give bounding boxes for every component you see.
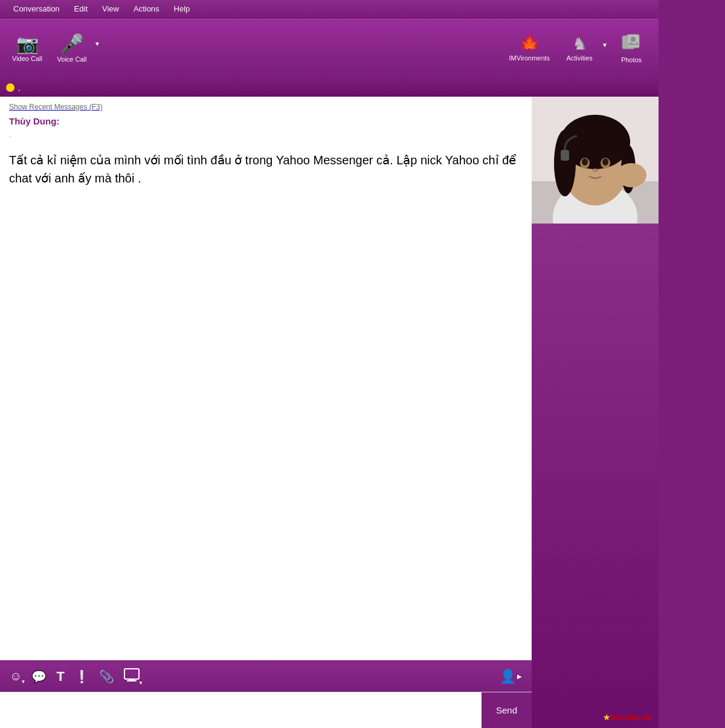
photos-button[interactable]: Photos	[610, 31, 652, 66]
svg-point-18	[592, 169, 598, 172]
activities-label: Activities	[566, 54, 592, 62]
voice-call-group: 🎤 Voice Call ▼	[51, 32, 100, 65]
menu-help[interactable]: Help	[167, 2, 198, 16]
chat-messages: Show Recent Messages (F3) Thùy Dung: . T…	[0, 97, 532, 660]
show-recent-messages-link[interactable]: Show Recent Messages (F3)	[9, 103, 523, 111]
right-panel-bottom: ★SAOstar.vn	[532, 224, 659, 728]
menu-view[interactable]: View	[95, 2, 126, 16]
show-recent-text: Show Recent Messages	[9, 103, 87, 111]
svg-point-19	[616, 163, 646, 187]
text-format-button[interactable]: T	[53, 666, 68, 687]
emoji-dropdown-arrow[interactable]: ▼	[21, 679, 26, 685]
message-input[interactable]	[0, 692, 482, 728]
right-panel: ★SAOstar.vn	[532, 97, 659, 728]
imvironments-label: IMVironments	[509, 54, 550, 62]
svg-point-2	[631, 37, 636, 42]
saostar-watermark: ★SAOstar.vn	[603, 713, 652, 722]
domain-text: .vn	[641, 713, 652, 722]
star-icon: ★	[603, 713, 610, 722]
screen-share-button[interactable]: ▼	[120, 666, 143, 687]
format-bar: ☺ ▼ 💬 T ❕ 📎	[0, 660, 532, 692]
svg-rect-3	[124, 669, 139, 679]
chat-style-button[interactable]: 💬	[28, 667, 50, 686]
paperclip-icon: 📎	[99, 669, 114, 684]
status-comma: ,	[18, 83, 21, 92]
alert-button[interactable]: ❕	[71, 667, 93, 686]
voice-call-label: Voice Call	[57, 56, 87, 63]
menu-actions[interactable]: Actions	[126, 2, 167, 16]
activities-group: ♞ Activities ▼	[558, 33, 608, 64]
text-icon: T	[56, 669, 64, 685]
activities-dropdown-arrow[interactable]: ▼	[602, 42, 608, 48]
toolbar: 📷 Video Call 🎤 Voice Call ▼ 🍁 IMVironmen…	[0, 18, 659, 79]
person-icon: 👤	[500, 669, 516, 685]
leaf-icon: 🍁	[519, 36, 540, 53]
input-area: Send	[0, 692, 532, 728]
star-text: star	[627, 713, 641, 722]
svg-point-16	[582, 158, 588, 166]
status-bar: ,	[0, 79, 659, 97]
chat-area: Show Recent Messages (F3) Thùy Dung: . T…	[0, 97, 532, 728]
microphone-icon: 🎤	[60, 34, 84, 54]
shortcut-text: (F3)	[89, 103, 103, 111]
chess-icon: ♞	[572, 36, 587, 53]
menu-edit[interactable]: Edit	[67, 2, 95, 16]
screen-dropdown-arrow[interactable]: ▼	[138, 680, 143, 686]
main-content: Show Recent Messages (F3) Thùy Dung: . T…	[0, 97, 659, 728]
message-text: Tất cả kỉ niệm của mình với mối tình đầu…	[9, 151, 523, 187]
webcam-view	[532, 97, 659, 224]
video-call-button[interactable]: 📷 Video Call	[6, 33, 48, 65]
emoji-icon: ☺	[10, 669, 22, 683]
webcam-placeholder	[532, 97, 659, 224]
svg-rect-20	[561, 150, 569, 161]
photos-label: Photos	[621, 56, 642, 63]
svg-point-12	[554, 130, 576, 196]
camera-icon: 📷	[16, 35, 39, 53]
menu-bar: Conversation Edit View Actions Help	[0, 0, 659, 18]
svg-point-17	[602, 158, 608, 166]
emoji-button[interactable]: ☺ ▼	[6, 667, 25, 686]
status-dot	[6, 83, 14, 92]
imvironments-button[interactable]: 🍁 IMVironments	[503, 33, 556, 64]
voice-call-button[interactable]: 🎤 Voice Call	[51, 32, 93, 65]
photos-icon	[621, 33, 642, 54]
chat-bubble-icon: 💬	[31, 669, 47, 684]
video-call-label: Video Call	[12, 55, 42, 62]
message-sender: Thùy Dung:	[9, 116, 523, 126]
activities-button[interactable]: ♞ Activities	[558, 33, 601, 64]
alert-icon: ❕	[74, 669, 89, 684]
message-dot: .	[9, 130, 523, 139]
menu-conversation[interactable]: Conversation	[6, 2, 67, 16]
send-button[interactable]: Send	[482, 692, 532, 728]
sao-text: SAO	[610, 713, 627, 722]
person-button[interactable]: 👤 ▶	[496, 666, 526, 687]
person-arrow[interactable]: ▶	[517, 673, 522, 680]
voice-call-dropdown-arrow[interactable]: ▼	[94, 40, 100, 47]
screen-icon	[124, 668, 140, 685]
attach-button[interactable]: 📎	[95, 667, 118, 686]
